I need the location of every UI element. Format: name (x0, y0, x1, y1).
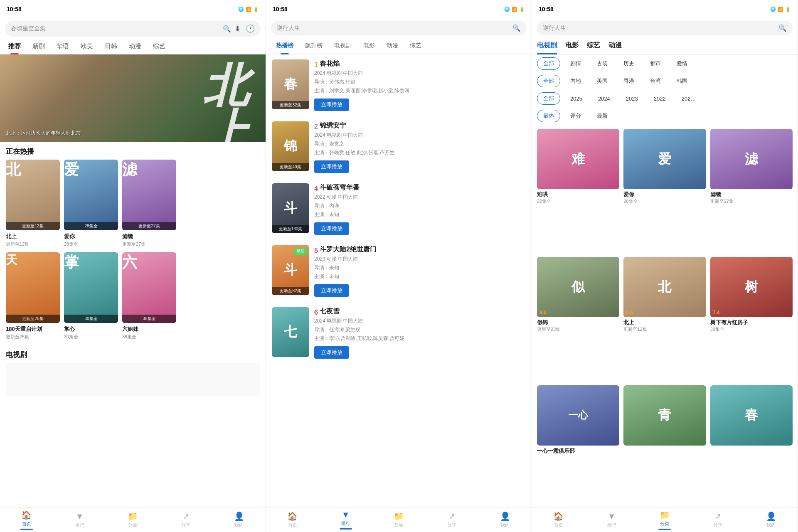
filter-tag-dushi[interactable]: 都市 (644, 58, 667, 69)
show-card-liujm[interactable]: 六 38集全 六姐妹 38集全 (122, 252, 176, 340)
download-icon[interactable]: ⬇ (234, 24, 241, 33)
filter-tag-taiwan[interactable]: 台湾 (644, 75, 667, 87)
filter-tag-xianggang[interactable]: 香港 (618, 75, 640, 87)
cat-card-aini[interactable]: 爱 爱你 28集全 (623, 129, 706, 253)
show-card-zhangxin[interactable]: 掌 30集全 掌心 30集全 (64, 252, 118, 340)
filter-tag-quanbu-3[interactable]: 全部 (537, 92, 560, 105)
score-tree: 7.4 (713, 310, 720, 315)
cat-card-extra1[interactable]: 青 (623, 385, 706, 503)
nav-cat-2[interactable]: 📁 分类 (372, 511, 426, 528)
signal-icon-3: 📶 (778, 7, 783, 12)
rank-update-5: 更新至82集 (272, 287, 309, 295)
filter-tag-quanbu-2[interactable]: 全部 (537, 75, 560, 87)
rank-meta1-1: 2024 电视剧 中国大陆 (314, 70, 526, 77)
filter-tag-2025[interactable]: 2025 (564, 94, 588, 104)
update-badge-5: 30集全 (64, 315, 118, 323)
cat-title-nanhou: 难哄 (537, 191, 619, 198)
search-text-2: 逆行人生 (277, 25, 509, 32)
top-tab-anime[interactable]: 动漫 (608, 41, 622, 54)
top-tab-movie[interactable]: 电影 (565, 41, 579, 54)
filter-tag-zuixin[interactable]: 最新 (591, 110, 613, 122)
bottom-nav-2: 🏠 首页 ▼ 排行 📁 分类 ↗ 分享 👤 我的 (266, 507, 532, 532)
search-icon-1[interactable]: 🔍 (223, 25, 231, 33)
cat-card-extra2[interactable]: 春 (710, 385, 793, 503)
tab-japanese-korean[interactable]: 日韩 (100, 39, 122, 54)
rank-tab-movie[interactable]: 电影 (357, 38, 381, 54)
nav-share-1[interactable]: ↗ 分享 (159, 511, 212, 528)
cat-card-tree[interactable]: 树 7.4 树下有片红房子 30集全 (710, 257, 793, 381)
cat-card-yixin[interactable]: 一心 一心一意俱乐部 (537, 385, 619, 503)
rank-icon-3: ▼ (608, 512, 616, 521)
play-btn-5[interactable]: 立即播放 (314, 284, 349, 297)
rank-num-6: 6 (314, 309, 318, 316)
rank-tab-rising[interactable]: 飙升榜 (299, 38, 328, 54)
show-sub-liujm: 38集全 (122, 334, 176, 340)
play-btn-4[interactable]: 立即播放 (314, 222, 349, 235)
filter-tag-2022[interactable]: 2022 (648, 94, 672, 104)
nav-home-3[interactable]: 🏠 首页 (532, 511, 585, 528)
nav-home-2[interactable]: 🏠 首页 (266, 511, 319, 528)
filter-tag-2024[interactable]: 2024 (592, 94, 616, 104)
rank-tab-anime[interactable]: 动漫 (381, 38, 404, 54)
filter-tag-guzhuang[interactable]: 古装 (591, 58, 613, 69)
rank-tab-tv[interactable]: 电视剧 (328, 38, 357, 54)
tab-chinese[interactable]: 华语 (52, 39, 74, 54)
filter-tag-2023[interactable]: 2023 (620, 94, 644, 104)
hero-banner[interactable]: 北上 北上：运河边长大的年轻人到北京 (0, 54, 266, 142)
nav-rank-2[interactable]: ▼ 排行 (319, 510, 372, 530)
rank-item-1[interactable]: 春 更新至32集 1 春花焰 2024 电视剧 中国大陆 导演：黄伟杰,程篪 主… (266, 54, 532, 116)
nav-cat-3[interactable]: 📁 分类 (638, 510, 692, 530)
filter-tag-pingfen[interactable]: 评分 (564, 110, 587, 122)
filter-tag-juqing[interactable]: 剧情 (564, 58, 587, 69)
rank-tab-hot[interactable]: 热播榜 (270, 38, 299, 54)
search-icon-2[interactable]: 🔍 (512, 24, 521, 32)
cat-card-nanhou[interactable]: 难 难哄 32集全 (537, 129, 619, 253)
top-tab-tv[interactable]: 电视剧 (537, 41, 557, 54)
filter-tag-meiguo[interactable]: 美国 (591, 75, 613, 87)
tab-variety[interactable]: 综艺 (148, 39, 170, 54)
cat-card-beishang[interactable]: 北 8.5 北上 更新至12集 (623, 257, 706, 381)
filter-tag-2021[interactable]: 202… (676, 94, 702, 104)
tab-western[interactable]: 欧美 (76, 39, 98, 54)
tab-anime-1[interactable]: 动漫 (124, 39, 146, 54)
tab-recommend[interactable]: 推荐 (3, 39, 26, 54)
filter-tag-lishi[interactable]: 历史 (618, 58, 640, 69)
rank-meta1-4: 2022 动漫 中国大陆 (314, 194, 526, 201)
cat-title-aini: 爱你 (623, 191, 706, 198)
nav-cat-1[interactable]: 📁 分类 (106, 511, 160, 528)
search-icon-3[interactable]: 🔍 (778, 24, 787, 32)
nav-rank-3[interactable]: ▼ 排行 (585, 512, 638, 528)
status-time-3: 10:58 (539, 6, 554, 12)
nav-share-3[interactable]: ↗ 分享 (691, 511, 744, 528)
cat-card-lujing[interactable]: 滤 滤镜 更新至27集 (710, 129, 793, 253)
top-tab-variety[interactable]: 综艺 (587, 41, 600, 54)
play-btn-2[interactable]: 立即播放 (314, 160, 349, 173)
show-card-180[interactable]: 天 更新至25集 180天重启计划 更新至25集 (6, 252, 60, 340)
rank-item-6[interactable]: 七 6 七夜雪 2024 电视剧 中国大陆 导演：任海涛,梁胜权 主演：李沁,曾… (266, 302, 532, 364)
nav-me-2[interactable]: 👤 我的 (478, 511, 532, 528)
nav-me-3[interactable]: 👤 我的 (744, 511, 798, 528)
nav-rank-1[interactable]: ▼ 排行 (53, 512, 106, 528)
nav-me-1[interactable]: 👤 我的 (212, 511, 266, 528)
history-icon[interactable]: 🕐 (246, 24, 255, 33)
filter-tag-hanguo[interactable]: 韩国 (671, 75, 693, 87)
show-card-aini[interactable]: 爱 28集全 爱你 28集全 (64, 160, 118, 247)
rank-item-4[interactable]: 斗 更新至130集 4 斗破苍穹年番 2022 动漫 中国大陆 导演：内详 主演… (266, 178, 532, 240)
nav-home-1[interactable]: 🏠 首页 (0, 510, 53, 530)
rank-tab-variety[interactable]: 综艺 (404, 38, 427, 54)
cat-icon-1: 📁 (128, 511, 138, 521)
nav-share-2[interactable]: ↗ 分享 (425, 511, 478, 528)
play-btn-1[interactable]: 立即播放 (314, 99, 349, 111)
filter-tag-quanbu-1[interactable]: 全部 (537, 57, 560, 70)
tab-new-drama[interactable]: 新剧 (27, 39, 50, 54)
filter-tag-neidi[interactable]: 内地 (564, 75, 587, 87)
filter-tag-zuire[interactable]: 最热 (537, 110, 560, 122)
play-btn-6[interactable]: 立即播放 (314, 346, 349, 359)
cat-card-sijin[interactable]: 似 8.0 似锦 更新至23集 (537, 257, 619, 381)
filter-tag-aiqing[interactable]: 爱情 (671, 58, 693, 69)
rank-item-5[interactable]: 斗 更新 更新至82集 5 斗罗大陆2绝世唐门 2023 动漫 中国大陆 导演：… (266, 240, 532, 302)
rank-item-2[interactable]: 锦 更新至40集 2 锦绣安宁 2024 电视剧 中国大陆 导演：麦贯之 主演：… (266, 116, 532, 178)
home-icon-3: 🏠 (553, 511, 564, 521)
show-card-beishang[interactable]: 北 更新至12集 北上 更新至12集 (6, 160, 60, 247)
show-card-lujing[interactable]: 滤 更新至27集 滤镜 更新至27集 (122, 160, 176, 247)
